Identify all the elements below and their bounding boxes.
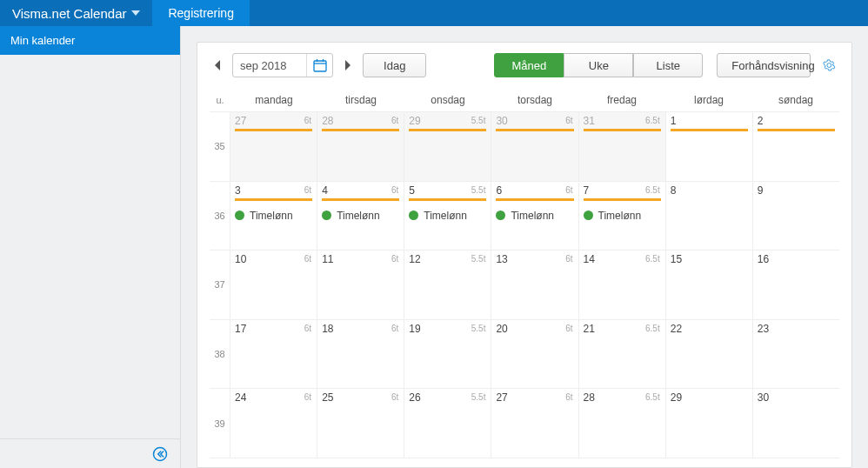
day-hours: 6t xyxy=(391,392,398,402)
day-bar xyxy=(496,129,573,131)
day-bar xyxy=(584,129,661,131)
week-number: 38 xyxy=(210,320,230,389)
toolbar: sep 2018 Idag Måned Uke Liste Forhåndsvi… xyxy=(197,43,851,88)
week-row: 39246t256t265.5t276t286.5t2930 xyxy=(210,389,839,458)
day-cell[interactable]: 76.5tTimelønn xyxy=(579,182,666,251)
day-hours: 6t xyxy=(304,116,311,125)
view-list-button[interactable]: Liste xyxy=(633,53,703,77)
day-bar xyxy=(671,129,748,131)
day-cell[interactable]: 206t xyxy=(491,320,578,389)
status-dot-icon xyxy=(322,211,331,220)
view-week-button[interactable]: Uke xyxy=(564,53,633,77)
day-hours: 6t xyxy=(304,254,311,264)
day-cell[interactable]: 265.5t xyxy=(404,389,491,458)
day-hours: 6t xyxy=(565,324,572,333)
today-button[interactable]: Idag xyxy=(363,53,426,77)
status-dot-icon xyxy=(496,211,505,220)
day-number: 8 xyxy=(671,184,748,197)
dayhead-mon: mandag xyxy=(230,94,317,106)
day-cell[interactable]: 146.5t xyxy=(579,251,666,319)
day-cell[interactable]: 286t xyxy=(317,112,404,181)
day-cell[interactable]: 2 xyxy=(753,112,839,181)
next-month-button[interactable] xyxy=(340,53,356,77)
svg-rect-1 xyxy=(314,61,326,71)
event-item[interactable]: Timelønn xyxy=(235,210,312,222)
day-hours: 6t xyxy=(565,116,572,125)
day-cell[interactable]: 125.5t xyxy=(404,251,491,319)
brand-menu[interactable]: Visma.net Calendar xyxy=(0,6,152,21)
day-number: 27 xyxy=(496,391,573,404)
day-cell[interactable]: 16 xyxy=(753,251,839,319)
day-cell[interactable]: 8 xyxy=(666,182,753,251)
day-cell[interactable]: 1 xyxy=(666,112,753,181)
day-number: 1 xyxy=(671,115,748,127)
calendar-grid: u. mandag tirsdag onsdag torsdag fredag … xyxy=(197,88,851,467)
chevron-right-icon xyxy=(344,60,351,70)
week-number: 35 xyxy=(210,112,230,181)
day-bar xyxy=(496,198,573,201)
day-number: 30 xyxy=(758,391,835,404)
day-cell[interactable]: 256t xyxy=(317,389,404,458)
day-hours: 5.5t xyxy=(471,185,486,195)
day-cell[interactable]: 316.5t xyxy=(579,112,666,181)
day-number: 2 xyxy=(758,115,835,127)
day-hours: 6t xyxy=(565,392,572,402)
month-label: sep 2018 xyxy=(233,59,306,72)
week-number: 37 xyxy=(210,251,230,319)
day-cell[interactable]: 116t xyxy=(317,251,404,319)
day-cell[interactable]: 55.5tTimelønn xyxy=(404,182,491,251)
day-cell[interactable]: 29 xyxy=(666,389,753,458)
week-number: 39 xyxy=(210,389,230,458)
day-cell[interactable]: 306t xyxy=(491,112,578,181)
day-cell[interactable]: 36tTimelønn xyxy=(230,182,317,251)
tab-registrering[interactable]: Registrering xyxy=(152,0,249,26)
event-label: Timelønn xyxy=(511,210,554,222)
day-cell[interactable]: 246t xyxy=(230,389,317,458)
day-cell[interactable]: 176t xyxy=(230,320,317,389)
dayhead-sun: søndag xyxy=(752,94,839,106)
day-number: 10 xyxy=(235,253,312,265)
sidebar-collapse[interactable] xyxy=(0,438,180,468)
day-cell[interactable]: 15 xyxy=(666,251,753,319)
event-item[interactable]: Timelønn xyxy=(409,210,486,222)
day-cell[interactable]: 22 xyxy=(666,320,753,389)
gear-icon[interactable] xyxy=(823,57,836,73)
chevron-left-icon xyxy=(214,60,221,70)
event-item[interactable]: Timelønn xyxy=(584,210,661,222)
day-cell[interactable]: 46tTimelønn xyxy=(317,182,404,251)
day-hours: 6.5t xyxy=(645,185,660,195)
event-item[interactable]: Timelønn xyxy=(322,210,399,222)
day-cell[interactable]: 276t xyxy=(491,389,578,458)
event-item[interactable]: Timelønn xyxy=(496,210,573,222)
day-cell[interactable]: 136t xyxy=(491,251,578,319)
sidebar-item-min-kalender[interactable]: Min kalender xyxy=(0,26,180,55)
day-hours: 6.5t xyxy=(645,254,660,264)
day-cell[interactable]: 216.5t xyxy=(579,320,666,389)
day-hours: 6t xyxy=(391,185,398,195)
day-cell[interactable]: 186t xyxy=(317,320,404,389)
day-cell[interactable]: 30 xyxy=(753,389,839,458)
prev-month-button[interactable] xyxy=(210,53,225,77)
day-number: 22 xyxy=(671,323,748,335)
day-hours: 5.5t xyxy=(471,254,486,264)
day-number: 4 xyxy=(322,184,399,197)
day-hours: 5.5t xyxy=(471,116,486,125)
month-picker[interactable]: sep 2018 xyxy=(232,53,333,77)
day-hours: 6t xyxy=(391,324,398,333)
day-cell[interactable]: 66tTimelønn xyxy=(491,182,578,251)
view-month-button[interactable]: Måned xyxy=(494,53,564,77)
day-cell[interactable]: 23 xyxy=(753,320,839,389)
day-cell[interactable]: 195.5t xyxy=(404,320,491,389)
day-cell[interactable]: 9 xyxy=(753,182,839,251)
week-row: 37106t116t125.5t136t146.5t1516 xyxy=(210,251,839,320)
day-number: 28 xyxy=(322,115,399,127)
day-cell[interactable]: 295.5t xyxy=(404,112,491,181)
preview-button[interactable]: Forhåndsvisning xyxy=(717,53,811,77)
status-dot-icon xyxy=(584,211,593,220)
day-number: 13 xyxy=(496,253,573,265)
event-label: Timelønn xyxy=(337,210,380,222)
day-cell[interactable]: 276t xyxy=(230,112,317,181)
day-cell[interactable]: 286.5t xyxy=(579,389,666,458)
day-bar xyxy=(584,198,661,201)
day-cell[interactable]: 106t xyxy=(230,251,317,319)
